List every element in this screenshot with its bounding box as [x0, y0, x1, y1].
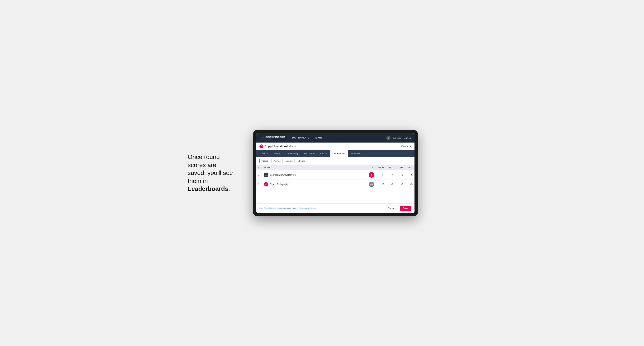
filter-strokes[interactable]: Strokes	[296, 159, 307, 163]
col-thru: THRU	[376, 165, 386, 170]
tablet-device: SCOREBOARD Powered by clippd TOURNAMENTS…	[253, 130, 418, 216]
user-avatar: S	[386, 136, 390, 140]
footer-bar: https://stage-blue-coach.stagescoreboard…	[256, 203, 414, 213]
table-row: 2 C Clippd College [A] +3	[256, 179, 414, 189]
score-badge: +3	[369, 182, 374, 187]
rd3-cell: -6	[405, 170, 414, 180]
tabs-bar: Details Teams Course Setup Tee Groups Re…	[256, 150, 414, 157]
thru-cell: F	[376, 170, 386, 180]
nav-link-teams[interactable]: TEAMS	[312, 133, 325, 143]
nav-links: TOURNAMENTS TEAMS	[289, 133, 325, 143]
col-rd3: RD3	[405, 165, 414, 170]
nav-bar: SCOREBOARD Powered by clippd TOURNAMENTS…	[256, 133, 414, 143]
footer-url: https://stage-blue-coach.stagescoreboard…	[260, 207, 316, 209]
filter-scores[interactable]: Scores	[284, 159, 294, 163]
filter-players[interactable]: Players	[271, 159, 283, 163]
rd1-cell: +8	[386, 179, 395, 189]
col-rd1: RD1	[386, 165, 395, 170]
thru-cell: F	[376, 179, 386, 189]
col-total: TOTAL	[364, 165, 376, 170]
logo-area: SCOREBOARD Powered by clippd	[260, 136, 285, 140]
tab-results[interactable]: Results	[318, 150, 330, 157]
rd3-cell: +3	[405, 179, 414, 189]
total-cell: -5	[364, 170, 376, 180]
logo-subtitle: Powered by clippd	[260, 139, 285, 140]
nav-link-tournaments[interactable]: TOURNAMENTS	[289, 133, 312, 143]
close-icon: ✕	[409, 145, 412, 148]
tab-teams[interactable]: Teams	[271, 150, 283, 157]
svg-rect-0	[265, 174, 268, 174]
rd2-cell: +5	[395, 170, 405, 180]
score-badge: -5	[369, 172, 374, 177]
rank-cell: 2	[256, 179, 262, 189]
tournament-icon: C	[260, 145, 263, 148]
tournament-subtitle: (Men)	[289, 145, 296, 148]
tab-course-setup[interactable]: Course Setup	[283, 150, 301, 157]
logo-title: SCOREBOARD	[266, 136, 285, 139]
filter-teams[interactable]: Teams	[260, 159, 270, 163]
tournament-cancel-button[interactable]: Cancel ✕	[401, 145, 412, 148]
team-logo	[264, 173, 268, 177]
col-team: TEAM	[262, 165, 364, 170]
table-row: 1	[256, 170, 414, 180]
table-header-row: # TEAM TOTAL THRU RD1 RD2 RD3	[256, 165, 414, 170]
filter-bar: Teams Players Scores Strokes	[256, 157, 414, 165]
rd1-cell: -4	[386, 170, 395, 180]
annotation-text: Once round scores are saved, you'll see …	[188, 153, 242, 193]
svg-rect-1	[265, 175, 268, 175]
cancel-button[interactable]: Cancel	[385, 205, 398, 211]
team-cell: C Clippd College [A]	[262, 179, 364, 189]
team-logo-c: C	[264, 182, 268, 186]
nav-right: S Test User | Sign out	[386, 136, 412, 140]
col-rd2: RD2	[395, 165, 405, 170]
tab-printables[interactable]: Printables	[348, 150, 363, 157]
logo-icon	[260, 137, 264, 138]
tablet-screen: SCOREBOARD Powered by clippd TOURNAMENTS…	[256, 133, 414, 213]
tab-details[interactable]: Details	[260, 150, 271, 157]
nav-user-name: Test User |	[392, 137, 402, 139]
rank-cell: 1	[256, 170, 262, 180]
leaderboard-table: # TEAM TOTAL THRU RD1 RD2 RD3 1	[256, 165, 414, 189]
tab-leaderboards[interactable]: Leaderboards	[330, 150, 348, 157]
tab-tee-groups[interactable]: Tee Groups	[301, 150, 318, 157]
save-button[interactable]: Save	[400, 206, 412, 211]
nav-sign-out[interactable]: Sign out	[404, 137, 412, 139]
svg-rect-2	[265, 175, 268, 176]
team-cell: Scoreboard University [A]	[262, 170, 364, 180]
tournament-title: Clippd Invitational	[265, 145, 288, 148]
col-rank: #	[256, 165, 262, 170]
total-cell: +3	[364, 179, 376, 189]
tournament-header: C Clippd Invitational (Men) Cancel ✕	[256, 143, 414, 150]
content-area: # TEAM TOTAL THRU RD1 RD2 RD3 1	[256, 165, 414, 203]
rd2-cell: -8	[395, 179, 405, 189]
